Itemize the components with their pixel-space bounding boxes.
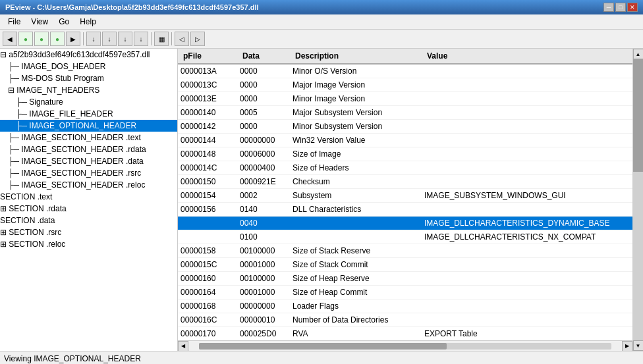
table-body[interactable]: 0000013A0000Minor O/S Version0000013C000… [178,65,632,340]
menu-view[interactable]: View [26,16,53,28]
maximize-button[interactable]: □ [615,3,626,12]
table-row[interactable]: 0000016400001000Size of Heap Commit [178,286,632,299]
nav-btn-3[interactable]: ● [50,32,65,46]
table-row[interactable]: 000001500000921EChecksum [178,175,632,189]
col-pfile: pFile [181,50,240,62]
tree-item-msdos_stub[interactable]: ├─ MS-DOS Stub Program [0,72,177,84]
table-row[interactable]: 0000013C0000Major Image Version [178,78,632,92]
cell-data: 00000000 [237,299,290,313]
cell-data: 00000000 [237,134,290,147]
cell-pFile: 0000013A [178,65,237,78]
title-text: PEview - C:\Users\Gamja\Desktop\a5f2b93d… [5,3,259,11]
table-row[interactable]: 0000013E0000Minor Image Version [178,92,632,106]
cell-value [422,313,632,326]
cell-value [422,120,632,133]
tree-item-root[interactable]: ⊟ a5f2b93dd3ef649fc613dcdf4597e357.dll [0,49,177,61]
nav-btn-2[interactable]: ● [34,32,49,46]
cell-data: 00000010 [237,313,290,326]
toolbar-next[interactable]: ▷ [190,32,205,46]
table-row[interactable]: 000001400005Major Subsystem Version [178,106,632,120]
table-row[interactable]: 000001560140DLL Characteristics [178,203,632,217]
nav-btn-1[interactable]: ● [18,32,33,46]
horizontal-scrollbar[interactable]: ◀ ▶ [178,340,632,351]
tree-item-sec_reloc[interactable]: ⊞ SECTION .reloc [0,238,177,250]
tree-item-sec_rdata[interactable]: ⊞ SECTION .rdata [0,203,177,215]
cell-value [422,106,632,119]
cell-pFile: 00000142 [178,120,237,133]
tree-item-signature[interactable]: ├─ Signature [0,96,177,108]
cell-value [422,161,632,174]
vertical-scrollbar[interactable]: ▲ ▼ [632,49,643,351]
table-row[interactable]: 0000014400000000Win32 Version Value [178,134,632,147]
scroll-down-arrow[interactable]: ▼ [633,340,644,351]
cell-description: DLL Characteristics [290,203,422,216]
toolbar-prev[interactable]: ◁ [175,32,189,46]
right-panel: pFile Data Description Value 0000013A000… [178,49,643,351]
cell-value [422,258,632,271]
cell-pFile: 0000015C [178,258,237,271]
tree-item-sec_data[interactable]: SECTION .data [0,215,177,226]
scroll-right-arrow[interactable]: ▶ [622,341,632,351]
tree-item-section_reloc[interactable]: ├─ IMAGE_SECTION_HEADER .reloc [0,179,177,191]
tree-item-sec_rsrc[interactable]: ⊞ SECTION .rsrc [0,226,177,238]
menu-help[interactable]: Help [74,16,101,28]
scroll-up-arrow[interactable]: ▲ [633,49,644,59]
status-bar: Viewing IMAGE_OPTIONAL_HEADER [0,351,643,364]
tree-item-section_text[interactable]: ├─ IMAGE_SECTION_HEADER .text [0,132,177,143]
forward-button[interactable]: ▶ [66,32,80,46]
tree-item-file_header[interactable]: ├─ IMAGE_FILE_HEADER [0,108,177,120]
table-row[interactable]: 0000014800006000Size of Image [178,147,632,161]
menu-file[interactable]: File [3,16,26,28]
cell-description: Subsystem [290,189,422,202]
table-row[interactable]: 0000016800000000Loader Flags [178,299,632,313]
cell-value: IMAGE_DLLCHARACTERISTICS_NX_COMPAT [422,230,632,244]
toolbar-action-3[interactable]: ↓ [118,32,132,46]
tree-item-section_data[interactable]: ├─ IMAGE_SECTION_HEADER .data [0,155,177,167]
cell-description: Minor O/S Version [290,65,422,78]
cell-data: 0000 [237,120,290,133]
cell-pFile: 00000148 [178,147,237,161]
cell-description: Win32 Version Value [290,134,422,147]
toolbar-action-1[interactable]: ↓ [86,32,101,46]
cell-value [422,244,632,257]
table-row[interactable]: 0000015C00001000Size of Stack Commit [178,258,632,272]
toolbar-action-2[interactable]: ↓ [102,32,117,46]
cell-pFile: 0000014C [178,161,237,174]
scroll-left-arrow[interactable]: ◀ [178,341,188,351]
cell-data: 00000400 [237,161,290,174]
cell-value [422,203,632,216]
table-row[interactable]: 0000015800100000Size of Stack Reserve [178,244,632,258]
table-row[interactable]: 0040IMAGE_DLLCHARACTERISTICS_DYNAMIC_BAS… [178,217,632,230]
left-panel: ⊟ a5f2b93dd3ef649fc613dcdf4597e357.dll ├… [0,49,178,351]
table-row[interactable]: 0000013A0000Minor O/S Version [178,65,632,78]
close-button[interactable]: ✕ [627,3,638,12]
menu-go[interactable]: Go [53,16,74,28]
tree-item-nt_headers[interactable]: ⊟ IMAGE_NT_HEADERS [0,84,177,96]
tree-item-section_rdata[interactable]: ├─ IMAGE_SECTION_HEADER .rdata [0,143,177,155]
cell-pFile: 00000160 [178,272,237,285]
cell-value [422,286,632,299]
cell-value [422,175,632,188]
table-row[interactable]: 0000014C00000400Size of Headers [178,161,632,175]
table-row[interactable]: 0100IMAGE_DLLCHARACTERISTICS_NX_COMPAT [178,230,632,244]
tree-item-optional_header[interactable]: ├─ IMAGE_OPTIONAL_HEADER [0,120,177,132]
cell-description: Minor Subsystem Version [290,120,422,133]
table-row[interactable]: 0000016C00000010Number of Data Directori… [178,313,632,327]
tree-item-section_rsrc[interactable]: ├─ IMAGE_SECTION_HEADER .rsrc [0,167,177,179]
tree-item-sec_text[interactable]: SECTION .text [0,191,177,203]
table-row[interactable]: 000001540002SubsystemIMAGE_SUBSYSTEM_WIN… [178,189,632,203]
cell-description: Size of Heap Reserve [290,272,422,285]
cell-value [422,299,632,313]
toolbar-action-4[interactable]: ↓ [134,32,148,46]
minimize-button[interactable]: ─ [603,3,614,12]
back-button[interactable]: ◀ [3,32,17,46]
table-row[interactable]: 000001420000Minor Subsystem Version [178,120,632,134]
toolbar-grid[interactable]: ▦ [154,32,169,46]
table-row[interactable]: 00000170000025D0RVAEXPORT Table [178,327,632,340]
cell-pFile: 00000168 [178,299,237,313]
cell-data: 0040 [237,217,290,230]
cell-data: 00100000 [237,244,290,257]
cell-pFile: 00000150 [178,175,237,188]
tree-item-dos_header[interactable]: ├─ IMAGE_DOS_HEADER [0,61,177,72]
table-row[interactable]: 0000016000100000Size of Heap Reserve [178,272,632,286]
